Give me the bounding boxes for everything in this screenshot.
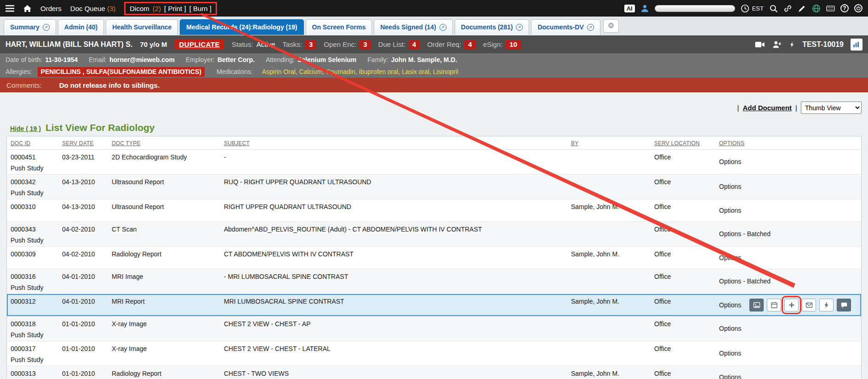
counter-value[interactable]: 4 (464, 40, 475, 49)
table-row[interactable]: 0000451Push Study03-23-20112D Echocardio… (7, 150, 861, 175)
options-link[interactable]: Options (719, 207, 741, 215)
push-study-link[interactable]: Push Study (11, 164, 55, 172)
allergies-value[interactable]: PENICILLINS , SULFA(SULFONAMIDE ANTIBIOT… (38, 67, 205, 77)
hide-list-link[interactable]: Hide ( 19 ) (10, 125, 41, 132)
push-study-link[interactable]: Push Study (11, 284, 55, 292)
table-row[interactable]: 0000342Push Study04-13-2010Ultrasound Re… (7, 175, 861, 199)
table-row[interactable]: 000031004-13-2010Ultrasound ReportRIGHT … (7, 199, 861, 222)
tab-health-surveillance[interactable]: Health Surveillance (106, 19, 178, 35)
doc-id-link[interactable]: 0000343 (11, 226, 55, 233)
table-row[interactable]: 000031204-01-2010MRI ReportMRI LUMBOSACR… (7, 294, 861, 317)
medication-link[interactable]: ibuprofen oral, (359, 68, 402, 75)
options-link[interactable]: Options (719, 183, 741, 191)
options-link[interactable]: Options (719, 350, 741, 357)
doc-id-link[interactable]: 0000318 (11, 320, 55, 328)
clock-icon[interactable] (741, 4, 749, 13)
options-cell: Options (715, 341, 861, 366)
dicom-burn-button[interactable]: [ Burn ] (189, 5, 211, 12)
chat-action-icon[interactable] (837, 299, 851, 311)
doc-id-link[interactable]: 0000342 (11, 178, 55, 186)
column-header[interactable]: SERV DATE (58, 140, 108, 147)
link-icon[interactable] (783, 4, 792, 13)
doc-id-link[interactable]: 0000310 (11, 203, 55, 211)
medication-link[interactable]: Coumadin, (326, 68, 359, 75)
column-header[interactable]: OPTIONS (715, 140, 861, 147)
popout-icon[interactable]: ↗ (43, 24, 50, 31)
counter-value[interactable]: 3 (360, 40, 371, 49)
hamburger-menu-icon[interactable] (6, 4, 14, 13)
push-study-link[interactable]: Push Study (11, 331, 55, 339)
tab-documents-dv[interactable]: Documents-DV↗ (531, 19, 600, 35)
home-icon[interactable] (23, 4, 32, 13)
tab-needs-signed[interactable]: Needs Signed (14)↗ (374, 19, 452, 35)
view-mode-select[interactable]: Thumb View (801, 102, 862, 114)
lightning-action-icon[interactable] (819, 299, 834, 311)
doc-id-link[interactable]: 0000312 (11, 298, 55, 305)
lightning-icon[interactable] (789, 40, 795, 49)
medication-link[interactable]: Calcium, (299, 68, 326, 75)
keyboard-icon[interactable] (826, 4, 835, 13)
image-action-icon[interactable] (749, 299, 764, 311)
table-row[interactable]: 000031301-01-2010Radiology ReportCHEST -… (7, 366, 861, 379)
doc-id-link[interactable]: 0000451 (11, 153, 55, 161)
search-icon[interactable] (769, 4, 778, 13)
popout-icon[interactable]: ↗ (440, 24, 446, 31)
dicom-link[interactable]: Dicom (130, 5, 149, 12)
video-camera-icon[interactable] (755, 40, 765, 49)
tab-documents[interactable]: Documents (281)↗ (455, 19, 530, 35)
doc-queue-link[interactable]: Doc Queue (3) (70, 5, 115, 12)
push-study-link[interactable]: Push Study (11, 237, 55, 244)
orders-link[interactable]: Orders (40, 5, 62, 12)
user-icon[interactable] (640, 4, 649, 13)
ai-badge[interactable]: AI (624, 5, 635, 12)
globe-icon[interactable] (812, 4, 821, 13)
options-link[interactable]: Options - Batched (719, 230, 771, 238)
push-study-link[interactable]: Push Study (11, 356, 55, 364)
table-row[interactable]: 0000316Push Study04-01-2010MRI Image- MR… (7, 269, 861, 294)
add-user-icon[interactable] (772, 40, 782, 49)
flowsheet-chart-icon[interactable] (851, 39, 862, 51)
tab-on-screen-forms[interactable]: On Screen Forms (306, 19, 372, 35)
tab-summary[interactable]: Summary↗ (4, 19, 56, 35)
calendar-action-icon[interactable] (767, 299, 781, 311)
tab-medical-records-radiology[interactable]: Medical Records (24):Radiology (19) (180, 19, 303, 35)
plus-action-icon[interactable] (784, 299, 799, 311)
column-header[interactable]: SERV LOCATION (651, 140, 715, 147)
column-header[interactable]: SUBJECT (220, 140, 567, 147)
add-document-link[interactable]: Add Document (742, 104, 792, 112)
column-header[interactable]: DOC TYPE (108, 140, 220, 147)
duplicate-flag[interactable]: DUPLICATE (175, 39, 224, 50)
table-row[interactable]: 0000317Push Study01-01-2010X-ray ImageCH… (7, 341, 861, 366)
table-row[interactable]: 0000343Push Study04-02-2010CT ScanAbdome… (7, 222, 861, 247)
envelope-action-icon[interactable] (802, 299, 816, 311)
table-row[interactable]: 0000318Push Study01-01-2010X-ray ImageCH… (7, 317, 861, 341)
pen-icon[interactable] (798, 4, 806, 13)
counter-value[interactable]: 4 (409, 40, 420, 49)
options-link[interactable]: Options (719, 325, 741, 333)
popout-icon[interactable]: ↗ (516, 24, 523, 31)
column-header[interactable]: DOC ID (7, 140, 58, 147)
dicom-print-button[interactable]: [ Print ] (164, 5, 186, 12)
options-link[interactable]: Options (719, 373, 741, 379)
tab-admin[interactable]: Admin (40) (58, 19, 104, 35)
options-link[interactable]: Options (719, 254, 741, 262)
medication-link[interactable]: Lasix oral, (402, 68, 433, 75)
power-icon[interactable] (854, 4, 862, 12)
table-row[interactable]: 000030904-02-2010Radiology ReportCT ABDO… (7, 247, 861, 269)
options-link[interactable]: Options (719, 301, 741, 309)
tab-settings-gear-icon[interactable] (603, 19, 619, 33)
options-link[interactable]: Options (719, 158, 741, 166)
counter-value[interactable]: 10 (506, 40, 521, 49)
doc-id-link[interactable]: 0000317 (11, 345, 55, 353)
medication-link[interactable]: Aspirin Oral, (262, 68, 299, 75)
doc-id-link[interactable]: 0000309 (11, 250, 55, 258)
push-study-link[interactable]: Push Study (11, 189, 55, 197)
options-link[interactable]: Options - Batched (719, 277, 771, 285)
counter-value[interactable]: 3 (305, 40, 316, 49)
column-header[interactable]: BY (567, 140, 651, 147)
medication-link[interactable]: Lisinopril (433, 68, 458, 75)
help-icon[interactable] (840, 4, 849, 12)
popout-icon[interactable]: ↗ (587, 24, 594, 31)
doc-id-link[interactable]: 0000316 (11, 273, 55, 281)
doc-id-link[interactable]: 0000313 (11, 370, 55, 378)
